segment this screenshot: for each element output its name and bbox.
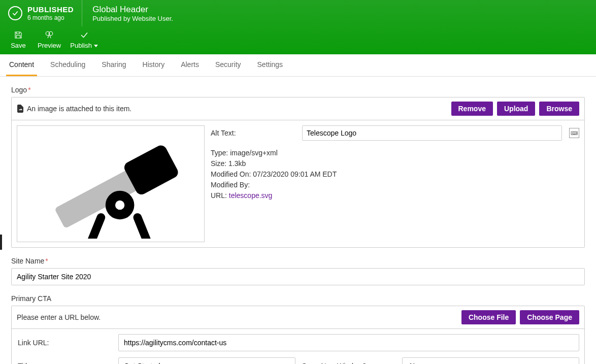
preview-button[interactable]: Preview bbox=[38, 30, 61, 49]
cta-hint: Please enter a URL below. bbox=[17, 313, 101, 321]
browse-button[interactable]: Browse bbox=[539, 102, 579, 116]
cta-title-label: Title: bbox=[17, 362, 113, 364]
open-new-window-select[interactable]: No bbox=[402, 357, 579, 364]
side-handle[interactable] bbox=[0, 235, 2, 250]
svg-rect-9 bbox=[132, 212, 152, 239]
tab-scheduling[interactable]: Scheduling bbox=[47, 54, 88, 76]
page-header: PUBLISHED 6 months ago Global Header Pub… bbox=[0, 0, 596, 54]
tab-security[interactable]: Security bbox=[212, 54, 244, 76]
image-preview bbox=[17, 125, 205, 242]
telescope-icon bbox=[22, 129, 200, 239]
svg-rect-8 bbox=[86, 212, 106, 239]
page-subtitle: Published by Website User. bbox=[92, 15, 173, 22]
file-image-icon bbox=[17, 105, 24, 113]
primary-cta-label: Primary CTA bbox=[11, 294, 585, 303]
preview-icon bbox=[44, 30, 54, 40]
tab-content[interactable]: Content bbox=[6, 54, 37, 76]
status-block: PUBLISHED 6 months ago bbox=[0, 0, 82, 26]
save-button[interactable]: Save bbox=[8, 30, 28, 49]
logo-field: An image is attached to this item. Remov… bbox=[11, 97, 585, 248]
image-metadata: Type: image/svg+xml Size: 1.3kb Modified… bbox=[211, 148, 579, 201]
alt-text-label: Alt Text: bbox=[211, 129, 297, 137]
keyboard-icon[interactable]: ⌨ bbox=[569, 128, 579, 138]
title-block: Global Header Published by Website User. bbox=[82, 0, 183, 26]
link-url-input[interactable] bbox=[118, 334, 579, 351]
site-name-input[interactable] bbox=[11, 268, 585, 285]
tab-alerts[interactable]: Alerts bbox=[178, 54, 202, 76]
content-panel: Logo* An image is attached to this item.… bbox=[0, 77, 596, 364]
page-title: Global Header bbox=[92, 5, 173, 15]
choose-page-button[interactable]: Choose Page bbox=[520, 310, 579, 324]
link-url-label: Link URL: bbox=[17, 339, 113, 347]
primary-cta-field: Please enter a URL below. Choose File Ch… bbox=[11, 306, 585, 364]
choose-file-button[interactable]: Choose File bbox=[461, 310, 516, 324]
status-time: 6 months ago bbox=[27, 14, 74, 21]
open-new-window-label: Open New Window?: bbox=[301, 362, 397, 364]
status-label: PUBLISHED bbox=[27, 5, 74, 14]
check-circle-icon bbox=[8, 6, 22, 20]
tab-history[interactable]: History bbox=[140, 54, 168, 76]
chevron-down-icon bbox=[94, 45, 98, 47]
upload-button[interactable]: Upload bbox=[497, 102, 535, 116]
toolbar: Save Preview Publish bbox=[0, 26, 596, 54]
remove-button[interactable]: Remove bbox=[451, 102, 493, 116]
image-url-link[interactable]: telescope.svg bbox=[229, 191, 273, 200]
site-name-label: Site Name* bbox=[11, 257, 585, 265]
tabs: Content Scheduling Sharing History Alert… bbox=[0, 54, 596, 77]
tab-settings[interactable]: Settings bbox=[254, 54, 286, 76]
attached-message: An image is attached to this item. bbox=[27, 105, 131, 113]
cta-title-input[interactable] bbox=[118, 357, 295, 364]
save-icon bbox=[13, 30, 23, 40]
tab-sharing[interactable]: Sharing bbox=[98, 54, 129, 76]
publish-button[interactable]: Publish bbox=[70, 30, 98, 49]
svg-point-7 bbox=[115, 200, 124, 209]
alt-text-input[interactable] bbox=[302, 125, 562, 141]
logo-label: Logo* bbox=[11, 86, 585, 94]
publish-icon bbox=[79, 30, 89, 40]
